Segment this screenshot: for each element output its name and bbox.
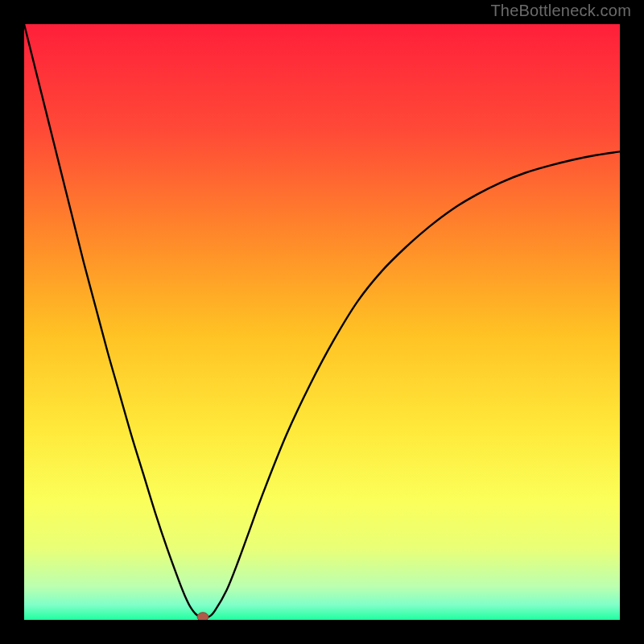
minimum-marker (197, 613, 208, 620)
watermark-text: TheBottleneck.com (490, 2, 631, 20)
chart-container: TheBottleneck.com (0, 0, 644, 644)
bottleneck-curve (24, 24, 620, 617)
plot-svg (24, 24, 620, 620)
plot-frame (24, 24, 620, 620)
